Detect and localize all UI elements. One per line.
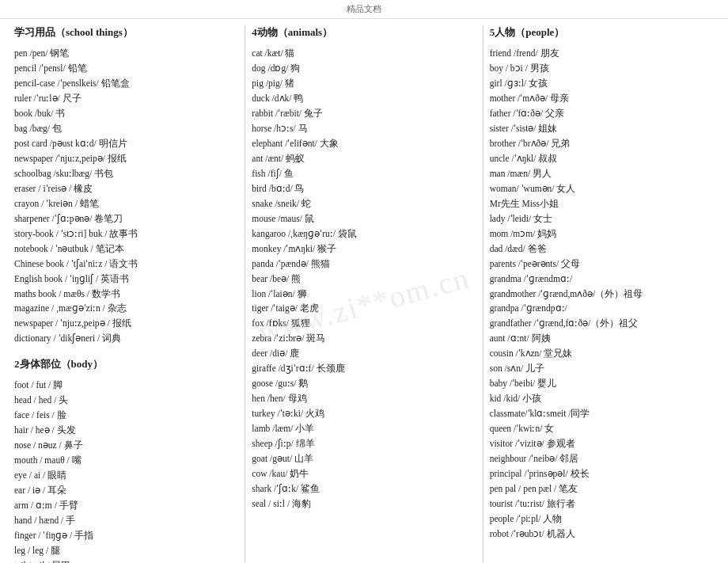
vocab-item: seal / siːl / 海豹 [252, 496, 476, 512]
vocab-item: sister /ˈsistə/ 姐妹 [490, 121, 714, 136]
vocab-item: maths book / mæθs / 数学书 [14, 287, 238, 302]
vocab-item: cousin /ˈkʌzn/ 堂兄妹 [490, 346, 714, 361]
vocab-item: shark /ˈʃɑːk/ 鲨鱼 [252, 481, 476, 496]
vocab-item: deer /diə/ 鹿 [252, 346, 476, 361]
section-0-0: 学习用品（school things）pen /pen/ 钢笔pencil /ˈ… [14, 25, 238, 346]
vocab-item: leg / leg / 腿 [14, 543, 238, 558]
vocab-item: newspaper / ˈnjuːz,peipə / 报纸 [14, 316, 238, 331]
vocab-item: pig /pig/ 猪 [252, 76, 476, 91]
vocab-item: fish /fiʃ/ 鱼 [252, 166, 476, 181]
section-title-2-0: 5人物（people） [490, 25, 714, 41]
vocab-item: notebook / ˈnəutbuk / 笔记本 [14, 242, 238, 257]
vocab-item: pen pal / pen pæl / 笔友 [490, 481, 714, 496]
vocab-item: post card /pəust kɑːd/ 明信片 [14, 136, 238, 151]
vocab-item: tiger /ˈtaigə/ 老虎 [252, 301, 476, 316]
vocab-item: girl /ɡɜːl/ 女孩 [490, 76, 714, 91]
vocab-item: hen /hen/ 母鸡 [252, 391, 476, 406]
vocab-item: ruler /ˈruːlə/ 尺子 [14, 91, 238, 106]
vocab-item: bag /bæg/ 包 [14, 121, 238, 136]
vocab-item: sheep /ʃiːp/ 绵羊 [252, 436, 476, 451]
vocab-item: baby /ˈbeibi/ 婴儿 [490, 376, 714, 391]
vocab-item: arm / ɑːm / 手臂 [14, 498, 238, 513]
vocab-item: English book / ˈiŋɡliʃ / 英语书 [14, 272, 238, 287]
vocab-item: man /mæn/ 男人 [490, 166, 714, 181]
vocab-item: eraser / iˈreisə / 橡皮 [14, 181, 238, 196]
vocab-item: cat /kæt/ 猫 [252, 46, 476, 61]
column-0: 学习用品（school things）pen /pen/ 钢笔pencil /ˈ… [8, 25, 245, 563]
vocab-item: ant /ænt/ 蚂蚁 [252, 151, 476, 166]
vocab-item: lady /ˈleidi/ 女士 [490, 211, 714, 226]
vocab-item: nose / nəuz / 鼻子 [14, 438, 238, 453]
vocab-item: finger / ˈfiŋɡə / 手指 [14, 528, 238, 543]
vocab-item: tail / teil / 尾巴 [14, 558, 238, 563]
vocab-item: magazine / ˌmæɡəˈziːn / 杂志 [14, 301, 238, 316]
section-1-0: 4动物（animals）cat /kæt/ 猫dog /dɒg/ 狗pig /p… [252, 25, 476, 512]
vocab-item: principal /ˈprinsəpəl/ 校长 [490, 466, 714, 481]
vocab-item: rabbit /ˈræbit/ 兔子 [252, 106, 476, 121]
vocab-item: brother /ˈbrʌðə/ 兄弟 [490, 136, 714, 151]
vocab-item: grandfather /ˈɡrænd,fɑːðə/（外）祖父 [490, 316, 714, 331]
vocab-item: monkey /ˈmʌŋki/ 猴子 [252, 242, 476, 257]
section-0-1: 2身体部位（body）foot / fut / 脚head / hed / 头f… [14, 357, 238, 563]
vocab-item: grandma /ˈɡrændmɑː/ [490, 272, 714, 287]
vocab-item: hand / hænd / 手 [14, 513, 238, 528]
vocab-item: head / hed / 头 [14, 393, 238, 408]
vocab-item: bird /bɑːd/ 鸟 [252, 181, 476, 196]
vocab-item: ear / iə / 耳朵 [14, 483, 238, 498]
vocab-item: boy / bɔi / 男孩 [490, 61, 714, 76]
section-2-0: 5人物（people）friend /frend/ 朋友boy / bɔi / … [490, 25, 714, 542]
vocab-item: duck /dʌk/ 鸭 [252, 91, 476, 106]
vocab-item: mouse /maus/ 鼠 [252, 211, 476, 226]
vocab-item: foot / fut / 脚 [14, 378, 238, 393]
vocab-item: grandpa /ˈɡrændpɑː/ [490, 301, 714, 316]
vocab-item: friend /frend/ 朋友 [490, 46, 714, 61]
vocab-item: face / feis / 脸 [14, 408, 238, 423]
vocab-item: tourist /ˈtuːrist/ 旅行者 [490, 496, 714, 512]
vocab-item: story-book / ˈstɔːri] buk / 故事书 [14, 226, 238, 242]
vocab-item: queen /ˈkwiːn/ 女 [490, 421, 714, 436]
vocab-item: Chinese book / ˈtʃaiˈniːz / 语文书 [14, 257, 238, 272]
section-title-0-1: 2身体部位（body） [14, 357, 238, 373]
vocab-item: sharpener /ˈʃɑːpənə/ 卷笔刀 [14, 211, 238, 226]
vocab-item: schoolbag /skuːlbæg/ 书包 [14, 166, 238, 181]
vocab-item: giraffe /dʒiˈrɑːf/ 长颈鹿 [252, 361, 476, 376]
vocab-item: Mr先生 Miss小姐 [490, 196, 714, 211]
vocab-item: pen /pen/ 钢笔 [14, 46, 238, 61]
vocab-item: woman/ ˈwumən/ 女人 [490, 181, 714, 196]
vocab-item: kid /kid/ 小孩 [490, 391, 714, 406]
column-2: 5人物（people）friend /frend/ 朋友boy / bɔi / … [483, 25, 720, 563]
vocab-item: elephant /ˈelifənt/ 大象 [252, 136, 476, 151]
vocab-item: turkey /ˈtəːki/ 火鸡 [252, 406, 476, 421]
vocab-item: bear /beə/ 熊 [252, 272, 476, 287]
section-title-0-0: 学习用品（school things） [14, 25, 238, 41]
vocab-item: mother /ˈmʌðə/ 母亲 [490, 91, 714, 106]
column-1: 4动物（animals）cat /kæt/ 猫dog /dɒg/ 狗pig /p… [245, 25, 483, 563]
vocab-item: uncle /ˈʌŋkl/ 叔叔 [490, 151, 714, 166]
vocab-item: kangaroo /ˌkæŋɡəˈruː/ 袋鼠 [252, 226, 476, 242]
vocab-item: dog /dɒg/ 狗 [252, 61, 476, 76]
vocab-item: neighbour /ˈneibə/ 邻居 [490, 451, 714, 466]
vocab-item: pencil-case /ˈpenslkeis/ 铅笔盒 [14, 76, 238, 91]
vocab-item: fox /fɒks/ 狐狸 [252, 316, 476, 331]
vocab-item: dictionary / ˈdikʃəneri / 词典 [14, 331, 238, 346]
vocab-item: zebra /ˈziːbrə/ 斑马 [252, 331, 476, 346]
vocab-item: cow /kau/ 奶牛 [252, 466, 476, 481]
vocab-item: aunt /ɑːnt/ 阿姨 [490, 331, 714, 346]
vocab-item: people /ˈpiːpl/ 人物 [490, 512, 714, 527]
vocab-item: panda /ˈpændə/ 熊猫 [252, 257, 476, 272]
vocab-item: classmate/ˈklɑːsmeit /同学 [490, 406, 714, 421]
vocab-item: mouth / mauθ / 嘴 [14, 453, 238, 468]
vocab-item: mom /mɔm/ 妈妈 [490, 226, 714, 242]
vocab-item: goose /guːs/ 鹅 [252, 376, 476, 391]
vocab-item: father /ˈfɑːðə/ 父亲 [490, 106, 714, 121]
vocab-item: visitor /ˈvizitə/ 参观者 [490, 436, 714, 451]
section-title-1-0: 4动物（animals） [252, 25, 476, 41]
vocab-item: horse /hɔːs/ 马 [252, 121, 476, 136]
vocab-item: snake /sneik/ 蛇 [252, 196, 476, 211]
vocab-item: robot /ˈrəubɔt/ 机器人 [490, 527, 714, 542]
vocab-item: eye / ai / 眼睛 [14, 468, 238, 483]
vocab-item: goat /gəut/ 山羊 [252, 451, 476, 466]
vocab-item: son /sʌn/ 儿子 [490, 361, 714, 376]
top-bar: 精品文档 [0, 0, 728, 19]
vocab-item: book /buk/ 书 [14, 106, 238, 121]
